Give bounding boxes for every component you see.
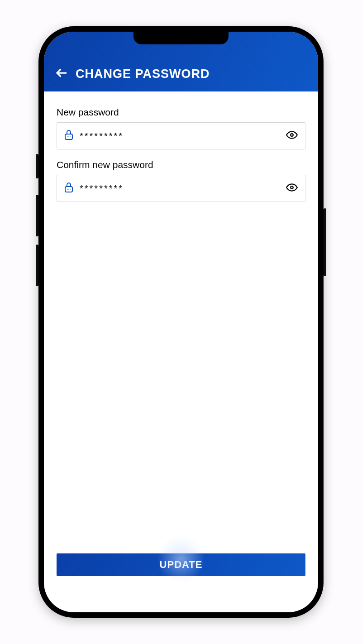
confirm-password-field[interactable] [57,175,305,202]
svg-point-9 [291,186,293,189]
phone-side-button [324,208,326,276]
svg-point-1 [67,136,68,137]
svg-point-7 [68,189,69,190]
phone-screen: CHANGE PASSWORD New password [44,32,318,612]
footer-area: UPDATE [44,553,318,612]
update-button-label: UPDATE [160,559,203,571]
app-header: CHANGE PASSWORD [44,32,318,91]
confirm-password-label: Confirm new password [57,159,305,170]
eye-icon [286,131,298,141]
svg-point-3 [70,136,71,137]
new-password-input[interactable] [79,130,281,142]
svg-point-2 [68,136,69,137]
confirm-password-input[interactable] [79,183,281,194]
svg-point-6 [67,189,68,190]
new-password-field[interactable] [57,122,305,149]
eye-icon [286,183,298,193]
stage: CHANGE PASSWORD New password [0,0,362,644]
toggle-visibility-new[interactable] [285,129,299,143]
toggle-visibility-confirm[interactable] [285,182,299,195]
svg-point-4 [291,134,293,136]
lock-icon [63,129,74,143]
page-title: CHANGE PASSWORD [76,66,210,82]
back-button[interactable] [54,66,69,82]
lock-icon [63,181,74,196]
confirm-password-group: Confirm new password [57,159,305,202]
phone-frame: CHANGE PASSWORD New password [38,26,324,618]
update-button[interactable]: UPDATE [57,553,305,576]
new-password-group: New password [57,107,305,149]
arrow-left-icon [55,66,68,82]
svg-point-8 [70,189,71,190]
new-password-label: New password [57,107,305,118]
form-body: New password [44,91,318,553]
